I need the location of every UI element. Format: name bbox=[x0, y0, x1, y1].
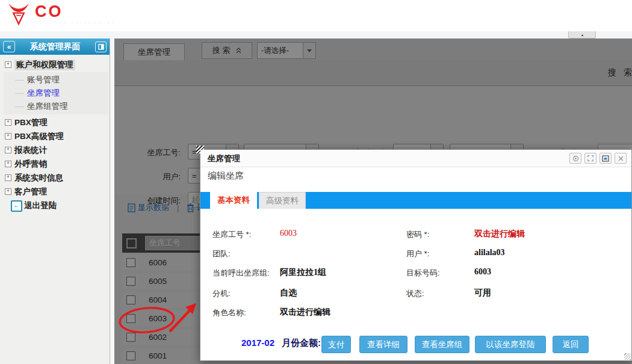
field-value-agent-id[interactable]: 6003 bbox=[280, 229, 297, 238]
sidebar-group-label: PBX高级管理 bbox=[14, 131, 64, 142]
logo-subtitle: CLOUDOX CALLCENTER bbox=[35, 20, 117, 25]
modal-title: 坐席管理 bbox=[208, 153, 240, 164]
field-value-user[interactable]: alilala03 bbox=[474, 248, 505, 258]
modal-footer: 2017-02 月份金额: 0 支付 查看详细 查看坐席组 以该坐席登陆 返回 bbox=[200, 336, 631, 353]
bull-logo-icon bbox=[7, 2, 30, 26]
double-chevron-left-icon: « bbox=[7, 43, 11, 51]
refresh-circle-button[interactable] bbox=[569, 153, 581, 164]
brand-header: COCC CLOUDOX CALLCENTER bbox=[0, 0, 632, 31]
view-seat-group-button[interactable]: 查看坐席组 bbox=[415, 336, 469, 353]
sidebar-logout[interactable]: ← 退出登陆 bbox=[4, 199, 110, 213]
field-label-user: 用户 *: bbox=[406, 248, 429, 259]
field-label-password: 密码 *: bbox=[406, 229, 429, 240]
sidebar-pin-button[interactable] bbox=[95, 42, 107, 52]
fullscreen-corners-icon bbox=[587, 155, 594, 162]
sidebar-group-outbound[interactable]: + 外呼营销 bbox=[4, 157, 110, 171]
tab-advanced-info[interactable]: 高级资料 bbox=[259, 192, 306, 209]
sidebar-group-label: 报表统计 bbox=[14, 145, 47, 156]
sidebar-collapse-button[interactable]: « bbox=[3, 41, 15, 52]
sidebar-item-seat-group-mgmt[interactable]: 坐席组管理 bbox=[4, 100, 108, 113]
field-label-status: 状态: bbox=[406, 288, 424, 299]
logo-red-letters: CO bbox=[35, 2, 63, 20]
field-value-role-name[interactable]: 双击进行编辑 bbox=[280, 307, 330, 318]
footer-month: 2017-02 bbox=[241, 338, 274, 348]
sidebar-tree: + 账户和权限管理 账号管理 坐席管理 坐席组管理 + PBX管理 + bbox=[0, 55, 110, 213]
view-details-button[interactable]: 查看详细 bbox=[359, 336, 407, 353]
sidebar-group-label: 系统实时信息 bbox=[14, 173, 63, 184]
logo: COCC CLOUDOX CALLCENTER bbox=[7, 2, 117, 26]
field-label-role-name: 角色名称: bbox=[212, 307, 246, 318]
field-label-target-number: 目标号码: bbox=[406, 268, 440, 279]
logo-white-letters: CC bbox=[63, 2, 90, 20]
modal-heading: 编辑坐席 bbox=[208, 170, 244, 182]
expander-plus-icon[interactable]: + bbox=[5, 161, 11, 167]
triangle-up-icon: ▲ bbox=[580, 32, 584, 37]
maximize-button[interactable] bbox=[584, 153, 596, 164]
modal-titlebar[interactable]: 坐席管理 bbox=[200, 150, 631, 167]
back-button[interactable]: 返回 bbox=[553, 336, 589, 353]
expander-plus-icon[interactable]: + bbox=[5, 188, 11, 195]
app-root: COCC CLOUDOX CALLCENTER ▲ « 系统管理界面 bbox=[0, 0, 632, 364]
pay-button[interactable]: 支付 bbox=[321, 336, 351, 353]
sidebar-group-label: PBX管理 bbox=[14, 117, 48, 128]
circle-dot-icon bbox=[572, 155, 579, 162]
field-value-outbound-group[interactable]: 阿里拉拉1组 bbox=[280, 267, 326, 278]
expander-plus-icon[interactable]: + bbox=[5, 147, 11, 153]
sidebar-item-account-mgmt[interactable]: 账号管理 bbox=[4, 73, 108, 87]
field-value-password[interactable]: 双击进行编辑 bbox=[474, 229, 525, 239]
sidebar-title: 系统管理界面 bbox=[15, 42, 95, 52]
expander-plus-icon[interactable]: + bbox=[5, 133, 11, 140]
window-restore-icon bbox=[602, 155, 609, 162]
header-collapse-handle[interactable]: ▲ bbox=[568, 31, 596, 39]
restore-button[interactable] bbox=[599, 153, 612, 164]
logout-label: 退出登陆 bbox=[24, 200, 57, 211]
field-label-agent-id: 坐席工号 *: bbox=[212, 229, 251, 240]
close-x-icon bbox=[618, 156, 624, 161]
modal-window-controls bbox=[569, 153, 627, 164]
logout-back-arrow-icon: ← bbox=[11, 200, 22, 212]
expander-plus-icon[interactable]: + bbox=[5, 174, 11, 181]
sidebar-item-seat-mgmt[interactable]: 坐席管理 bbox=[4, 87, 108, 100]
sidebar-header: « 系统管理界面 bbox=[0, 39, 110, 55]
sidebar-group-accounts[interactable]: + 账户和权限管理 bbox=[4, 58, 110, 72]
sidebar-item-label: 坐席组管理 bbox=[27, 101, 68, 112]
expander-plus-icon[interactable]: + bbox=[5, 61, 11, 68]
field-value-target-number[interactable]: 6003 bbox=[474, 267, 491, 277]
logo-text: COCC CLOUDOX CALLCENTER bbox=[35, 4, 117, 25]
modal-resize-grip[interactable] bbox=[624, 353, 631, 360]
login-as-seat-button[interactable]: 以该坐席登陆 bbox=[475, 336, 546, 353]
sidebar-group-label: 外呼营销 bbox=[14, 159, 47, 170]
seat-edit-modal: 坐席管理 bbox=[200, 149, 632, 361]
sidebar-item-label: 账号管理 bbox=[27, 75, 60, 85]
modal-tabbar: 基本资料 高级资料 bbox=[200, 192, 631, 209]
field-value-extension[interactable]: 自选 bbox=[280, 288, 297, 298]
expander-plus-icon[interactable]: + bbox=[5, 119, 11, 126]
sidebar-group-pbx[interactable]: + PBX管理 bbox=[4, 116, 110, 129]
sidebar-group-reports[interactable]: + 报表统计 bbox=[4, 143, 110, 157]
sidebar-group-customers[interactable]: + 客户管理 bbox=[4, 185, 110, 199]
field-label-outbound-group: 当前呼出坐席组: bbox=[212, 268, 270, 279]
field-value-status[interactable]: 可用 bbox=[474, 288, 491, 298]
sidebar-group-realtime[interactable]: + 系统实时信息 bbox=[4, 171, 110, 185]
sidebar-group-label: 账户和权限管理 bbox=[14, 60, 75, 70]
footer-amount-label: 月份金额: bbox=[282, 338, 321, 349]
sidebar-item-label: 坐席管理 bbox=[27, 88, 60, 99]
sidebar-group-label: 客户管理 bbox=[14, 187, 47, 197]
sidebar-group-children: 账号管理 坐席管理 坐席组管理 bbox=[4, 72, 108, 114]
tab-basic-info[interactable]: 基本资料 bbox=[210, 192, 257, 209]
sidebar-group-pbx-advanced[interactable]: + PBX高级管理 bbox=[4, 129, 110, 143]
field-label-extension: 分机: bbox=[212, 288, 231, 299]
field-label-team: 团队: bbox=[212, 248, 231, 259]
sidebar: « 系统管理界面 + 账户和权限管理 账号管理 坐席管理 bbox=[0, 39, 110, 364]
pin-icon bbox=[98, 44, 104, 50]
close-button[interactable] bbox=[615, 153, 627, 164]
